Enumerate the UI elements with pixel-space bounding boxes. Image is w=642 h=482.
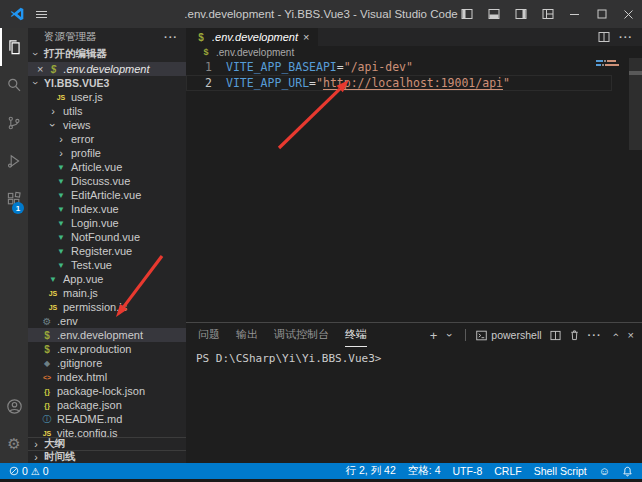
activity-bar: 1 ⚙ <box>0 28 28 463</box>
tree-item-login-vue[interactable]: ▼Login.vue <box>28 216 186 230</box>
panel-more-actions-icon[interactable]: ··· <box>588 329 602 341</box>
run-and-debug-icon[interactable] <box>0 142 28 180</box>
kill-terminal-icon[interactable] <box>569 329 580 341</box>
minimap[interactable] <box>596 60 626 68</box>
tree-item-main-js[interactable]: JSmain.js <box>28 286 186 300</box>
tree-item-index-vue[interactable]: ▼Index.vue <box>28 202 186 216</box>
tree-item-label: EditArticle.vue <box>71 189 141 201</box>
open-editors-header[interactable]: › 打开的编辑器 <box>28 46 186 62</box>
tree-item-package-json[interactable]: {}package.json <box>28 398 186 412</box>
file-tree: JSuser.js›utils›views›error›profile▼Arti… <box>28 90 186 437</box>
close-editor-icon[interactable]: × <box>37 63 43 75</box>
terminal-output[interactable]: PS D:\CSharp\Yi\Yi.BBS.Vue3> <box>186 347 642 463</box>
editor-more-actions-icon[interactable]: ··· <box>619 31 633 43</box>
env-icon: $ <box>41 330 53 341</box>
indentation-item[interactable]: 空格: 4 <box>408 464 441 478</box>
tree-item-vite-config-js[interactable]: JSvite.config.js <box>28 426 186 437</box>
panel-tab-[interactable]: 调试控制台 <box>274 323 329 347</box>
tree-item-app-vue[interactable]: ▼App.vue <box>28 272 186 286</box>
code-editor[interactable]: 1VITE_APP_BASEAPI="/api-dev"2VITE_APP_UR… <box>186 58 642 322</box>
tree-item-utils[interactable]: ›utils <box>28 104 186 118</box>
project-section-header[interactable]: › YI.BBS.VUE3 <box>28 76 186 90</box>
close-button[interactable] <box>615 0 642 28</box>
toggle-primary-sidebar-icon[interactable] <box>453 0 480 28</box>
panel-tab-[interactable]: 输出 <box>236 323 258 347</box>
minimize-button[interactable] <box>561 0 588 28</box>
tree-item-permission-js[interactable]: JSpermission.js <box>28 300 186 314</box>
tree-item-index-html[interactable]: <>index.html <box>28 370 186 384</box>
scrollbar-decoration <box>629 71 642 75</box>
tree-item-env-development[interactable]: $.env.development <box>28 328 186 342</box>
terminal-shell-item[interactable]: powershell <box>476 329 541 341</box>
tree-item-label: Register.vue <box>71 245 132 257</box>
tree-item-label: package.json <box>57 399 122 411</box>
new-terminal-icon[interactable]: + <box>430 328 438 343</box>
maximize-button[interactable] <box>588 0 615 28</box>
code-line-2[interactable]: 2VITE_APP_URL="http://localhost:19001/ap… <box>186 75 612 91</box>
cursor-position-item[interactable]: 行 2, 列 42 <box>346 464 396 478</box>
tree-item-profile[interactable]: ›profile <box>28 146 186 160</box>
eol-item[interactable]: CRLF <box>494 465 521 477</box>
warning-count: 0 <box>43 465 49 477</box>
vue-icon: ▼ <box>55 177 67 186</box>
code-line-1[interactable]: 1VITE_APP_BASEAPI="/api-dev" <box>186 59 612 75</box>
title-bar: .env.development - Yi.BBS.Vue3 - Visual … <box>0 0 642 28</box>
settings-gear-icon[interactable]: ⚙ <box>0 425 28 463</box>
bottom-panel: 问题输出调试控制台终端 + › powershell <box>186 322 642 463</box>
token-var: VITE_APP_BASEAPI <box>226 59 337 75</box>
panel-tab-[interactable]: 终端 <box>345 323 367 347</box>
js-icon: JS <box>47 290 59 297</box>
vue-icon: ▼ <box>55 247 67 256</box>
tree-item-user-js[interactable]: JSuser.js <box>28 90 186 104</box>
token-str-link[interactable]: http://localhost:19001/api <box>323 75 503 91</box>
toggle-secondary-sidebar-icon[interactable] <box>507 0 534 28</box>
tab-close-icon[interactable]: × <box>303 31 309 43</box>
timeline-section-header[interactable]: › 时间线 <box>28 450 186 463</box>
tree-item-discuss-vue[interactable]: ▼Discuss.vue <box>28 174 186 188</box>
tree-item-editarticle-vue[interactable]: ▼EditArticle.vue <box>28 188 186 202</box>
search-icon[interactable] <box>0 66 28 104</box>
tree-item-label: README.md <box>57 413 122 425</box>
notifications-bell-icon[interactable] <box>622 466 633 477</box>
tab-env-development[interactable]: $ .env.development × <box>186 28 318 46</box>
tree-item-notfound-vue[interactable]: ▼NotFound.vue <box>28 230 186 244</box>
tree-item-label: error <box>71 133 94 145</box>
tree-item-error[interactable]: ›error <box>28 132 186 146</box>
split-terminal-icon[interactable] <box>550 330 561 341</box>
terminal-dropdown-icon[interactable]: › <box>444 330 456 340</box>
tree-item-package-lock-json[interactable]: {}package-lock.json <box>28 384 186 398</box>
customize-layout-icon[interactable] <box>534 0 561 28</box>
sidebar-more-actions-icon[interactable]: ··· <box>164 31 178 43</box>
open-editor-env-development[interactable]: ×$.env.development <box>28 62 186 76</box>
tree-item-env[interactable]: ⚙.env <box>28 314 186 328</box>
language-mode-item[interactable]: Shell Script <box>534 465 587 477</box>
menu-hamburger-icon[interactable] <box>35 8 48 21</box>
breadcrumb[interactable]: $ .env.development <box>186 46 642 58</box>
split-editor-icon[interactable] <box>598 31 610 43</box>
tree-item-views[interactable]: ›views <box>28 118 186 132</box>
outline-section-header[interactable]: › 大纲 <box>28 437 186 450</box>
js-icon: JS <box>41 430 53 437</box>
tree-item-readme-md[interactable]: ⓘREADME.md <box>28 412 186 426</box>
encoding-item[interactable]: UTF-8 <box>452 465 482 477</box>
tree-item-register-vue[interactable]: ▼Register.vue <box>28 244 186 258</box>
panel-tab-[interactable]: 问题 <box>198 323 220 347</box>
feedback-icon[interactable]: ☺ <box>599 465 610 477</box>
source-control-icon[interactable] <box>0 104 28 142</box>
extensions-icon[interactable]: 1 <box>0 180 28 218</box>
maximize-panel-icon[interactable]: › <box>609 330 621 340</box>
account-icon[interactable] <box>0 387 28 425</box>
tree-item-test-vue[interactable]: ▼Test.vue <box>28 258 186 272</box>
tree-item-gitignore[interactable]: ◆.gitignore <box>28 356 186 370</box>
explorer-icon[interactable] <box>0 28 28 66</box>
panel-tabs: 问题输出调试控制台终端 <box>198 323 367 347</box>
tree-item-env-production[interactable]: $.env.production <box>28 342 186 356</box>
problems-status-item[interactable]: 0 ⚠ 0 <box>9 465 49 477</box>
vscode-window: .env.development - Yi.BBS.Vue3 - Visual … <box>0 0 642 482</box>
close-panel-icon[interactable]: × <box>628 329 634 341</box>
token-str: " <box>503 75 510 91</box>
toggle-panel-icon[interactable] <box>480 0 507 28</box>
tree-item-article-vue[interactable]: ▼Article.vue <box>28 160 186 174</box>
tree-item-label: .env <box>57 315 78 327</box>
js-icon: JS <box>47 304 59 311</box>
